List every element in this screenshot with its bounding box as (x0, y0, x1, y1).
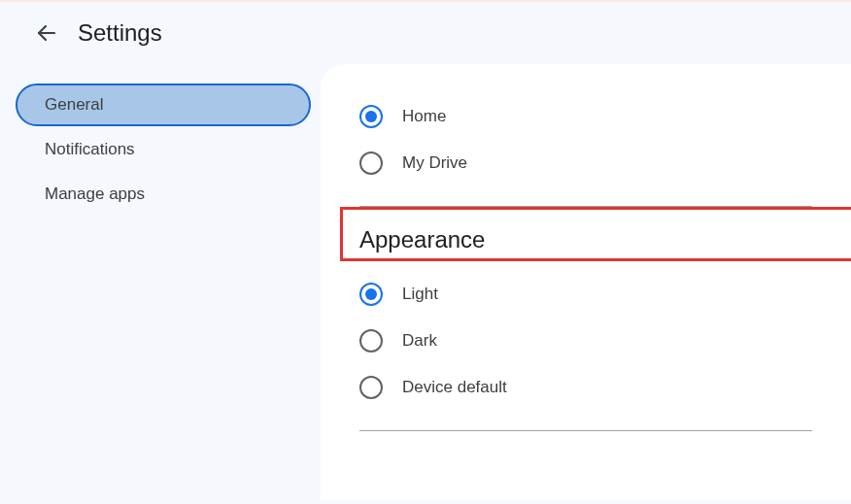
sidebar-item-general[interactable]: General (16, 84, 311, 126)
radio-label: Home (402, 107, 446, 126)
sidebar-item-label: Manage apps (45, 185, 145, 204)
radio-label: Light (402, 285, 438, 304)
divider (359, 206, 812, 207)
sidebar-item-label: Notifications (45, 140, 135, 159)
section-heading-appearance: Appearance (359, 226, 812, 253)
sidebar-item-label: General (45, 95, 103, 115)
content: General Notifications Manage apps Home M… (0, 64, 851, 500)
main-panel: Home My Drive Appearance Light Dark Devi… (321, 64, 851, 500)
sidebar-item-manage-apps[interactable]: Manage apps (17, 173, 309, 216)
sidebar: General Notifications Manage apps (0, 64, 321, 500)
radio-button[interactable] (359, 283, 383, 306)
back-arrow-icon[interactable] (35, 21, 58, 45)
radio-row-my-drive[interactable]: My Drive (359, 140, 812, 186)
radio-label: Dark (402, 331, 437, 351)
divider (359, 430, 812, 431)
radio-row-dark[interactable]: Dark (359, 318, 812, 364)
radio-row-device-default[interactable]: Device default (359, 364, 812, 411)
sidebar-item-notifications[interactable]: Notifications (17, 128, 309, 171)
radio-button[interactable] (359, 151, 383, 175)
radio-button[interactable] (359, 376, 383, 399)
radio-row-home[interactable]: Home (359, 93, 812, 140)
radio-button[interactable] (359, 105, 383, 128)
page-title: Settings (78, 19, 162, 47)
radio-row-light[interactable]: Light (359, 271, 812, 318)
header: Settings (0, 2, 851, 64)
radio-button[interactable] (359, 329, 383, 353)
radio-label: My Drive (402, 153, 467, 173)
radio-label: Device default (402, 378, 507, 397)
